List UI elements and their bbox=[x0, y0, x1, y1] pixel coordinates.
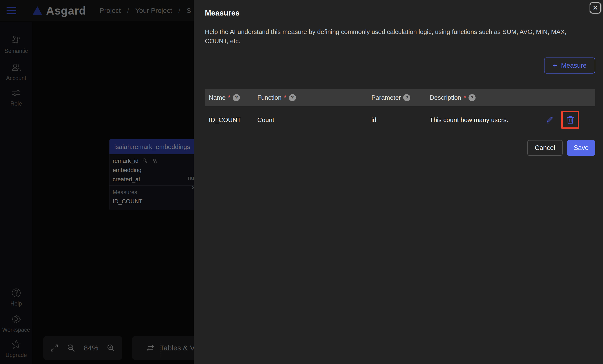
measures-drawer: ✕ Measures Help the AI understand this m… bbox=[194, 0, 603, 364]
cell-measure-parameter: id bbox=[368, 116, 426, 124]
cell-measure-function: Count bbox=[254, 116, 368, 124]
app-root: Asgard Project / Your Project / S Semant… bbox=[0, 0, 603, 364]
header-label: Name bbox=[209, 94, 226, 102]
measure-table-row: ID_COUNT Count id This count how many us… bbox=[205, 106, 595, 134]
cell-actions bbox=[544, 111, 595, 129]
save-button[interactable]: Save bbox=[567, 140, 595, 156]
required-star: * bbox=[284, 94, 286, 102]
measures-table: Name * ? Function * ? Parameter ? Descri… bbox=[205, 89, 595, 134]
help-icon[interactable]: ? bbox=[403, 94, 410, 101]
required-star: * bbox=[464, 94, 466, 102]
header-cell-function: Function * ? bbox=[254, 94, 368, 102]
drawer-footer: Cancel Save bbox=[527, 140, 595, 156]
header-cell-description: Description * ? bbox=[426, 94, 544, 102]
add-measure-label: Measure bbox=[561, 62, 587, 69]
header-label: Function bbox=[257, 94, 282, 102]
edit-measure-button[interactable] bbox=[545, 116, 554, 124]
edit-pencil-icon bbox=[545, 116, 554, 124]
measures-table-header: Name * ? Function * ? Parameter ? Descri… bbox=[205, 89, 595, 106]
header-label: Description bbox=[430, 94, 461, 102]
cell-measure-description: This count how many users. bbox=[426, 116, 544, 124]
add-measure-button[interactable]: + Measure bbox=[544, 57, 595, 74]
delete-measure-button[interactable] bbox=[566, 115, 575, 125]
drawer-description: Help the AI understand this measure by d… bbox=[205, 27, 580, 46]
annotation-highlight-box bbox=[561, 111, 579, 129]
cancel-button[interactable]: Cancel bbox=[527, 140, 563, 156]
required-star: * bbox=[228, 94, 230, 102]
header-cell-name: Name * ? bbox=[205, 94, 254, 102]
help-icon[interactable]: ? bbox=[468, 94, 475, 101]
plus-icon: + bbox=[553, 62, 557, 69]
header-cell-parameter: Parameter ? bbox=[368, 94, 426, 102]
close-icon[interactable]: ✕ bbox=[590, 2, 601, 14]
help-icon[interactable]: ? bbox=[233, 94, 240, 101]
help-icon[interactable]: ? bbox=[289, 94, 296, 101]
header-label: Parameter bbox=[371, 94, 401, 102]
drawer-title: Measures bbox=[205, 9, 240, 17]
cell-measure-name: ID_COUNT bbox=[205, 116, 254, 124]
trash-icon bbox=[566, 115, 575, 125]
